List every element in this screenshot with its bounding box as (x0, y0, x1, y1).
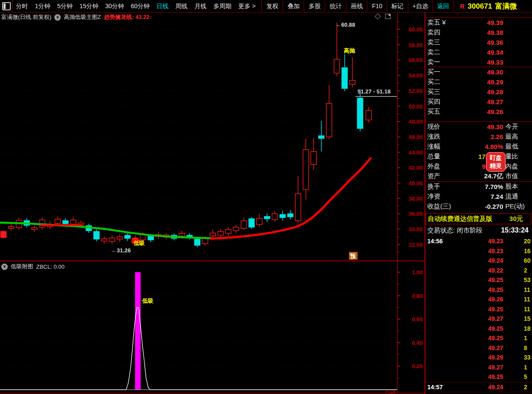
tick-volume: 53 (524, 276, 532, 283)
chevron-down-icon[interactable]: ∨ (54, 14, 61, 21)
tick-price: 49.25 (426, 373, 503, 380)
row-value: 4.80% (426, 143, 503, 150)
tick-by-tick-list[interactable]: 14:5649.232049.231649.246049.22249.25534… (426, 236, 532, 394)
order-row: 卖一49.33 (426, 57, 532, 67)
tick-volume: 15 (524, 315, 532, 322)
tick-row: 49.2518 (426, 324, 532, 334)
tick-price: 49.24 (426, 384, 503, 391)
svg-text:←60.88: ←60.88 (336, 22, 355, 28)
toolbar-button-复权[interactable]: 复权 (261, 0, 283, 12)
tick-price: 49.27 (426, 344, 503, 351)
trend-line-value: 趋势擒龙线: 43.22↑ (104, 13, 152, 21)
order-row: 买五49.26 (426, 107, 532, 117)
period-tab-月线[interactable]: 月线 (191, 0, 210, 12)
period-tab-1分钟[interactable]: 1分钟 (31, 0, 54, 12)
tick-volume: 60 (524, 257, 532, 264)
row-price: 49.38 (426, 29, 503, 36)
main-chart-title: 富满微(日线.前复权) (1, 13, 51, 21)
tick-row: 49.278 (426, 343, 532, 353)
order-row: 卖四49.38 (426, 28, 532, 37)
tick-price: 49.26 (426, 296, 503, 303)
svg-text:38.00: 38.00 (408, 195, 423, 202)
period-tab-多周期[interactable]: 多周期 (210, 0, 235, 12)
tick-volume: 2 (524, 267, 532, 274)
row-price: 49.36 (426, 39, 503, 46)
toolbar-button-画线[interactable]: 画线 (346, 0, 367, 12)
main-indicator-name[interactable]: 高抛低吸主图Z (64, 13, 101, 21)
row-price: 49.26 (426, 108, 503, 115)
row-price: 49.27 (426, 98, 503, 105)
svg-text:←31.26: ←31.26 (111, 247, 131, 254)
row-label-2: 流通 (505, 192, 518, 201)
tick-volume: 11 (524, 306, 532, 313)
tick-row: 49.222 (426, 266, 532, 276)
toolbar-button-F10[interactable]: F10 (367, 0, 386, 12)
margin-flag: R (460, 3, 465, 10)
sell-queue: 卖五 ¥49.39卖四49.38卖三49.36卖二49.34卖一49.33 (426, 17, 532, 67)
row-value: 17 (426, 153, 485, 160)
toolbar-button-多股[interactable]: 多股 (304, 0, 325, 12)
tick-volume: 1 (524, 364, 532, 371)
order-row: 卖五 ¥49.39 (426, 18, 532, 28)
period-tab-60分钟[interactable]: 60分钟 (128, 0, 153, 12)
svg-text:58.00: 58.00 (408, 42, 423, 48)
top-toolbar: 分时1分钟5分钟15分钟30分钟60分钟日线周线月线多周期更多 > 复权叠加多股… (0, 0, 532, 12)
period-tab-周线[interactable]: 周线 (172, 0, 191, 12)
tick-row: 49.2511 (426, 285, 532, 295)
tick-price: 49.24 (426, 257, 503, 264)
row-value: 24.7亿 (426, 172, 503, 180)
svg-text:42.00: 42.00 (408, 164, 423, 171)
window-layout-icon[interactable] (385, 14, 391, 19)
toolbar-button-叠加[interactable]: 叠加 (283, 0, 304, 12)
stat-row: 外盘9内盘 (426, 161, 532, 171)
svg-text:0.60: 0.60 (412, 316, 423, 323)
order-row: 卖二49.34 (426, 47, 532, 57)
row-value: 9 (426, 163, 485, 170)
tick-price: 49.23 (426, 238, 503, 245)
svg-text:36.00: 36.00 (408, 211, 423, 217)
tick-volume: 18 (524, 325, 532, 332)
row-price: 49.28 (426, 88, 503, 96)
period-tab-30分钟[interactable]: 30分钟 (102, 0, 128, 12)
tick-row: 14:5749.242 (426, 382, 532, 392)
row-value: 7.24 (426, 193, 503, 200)
renewal-promo-banner[interactable]: 自动续费通达信普及版 30元 (426, 213, 531, 224)
svg-text:1.00: 1.00 (412, 269, 423, 276)
status-clock: 15:33:24 (501, 226, 529, 234)
tick-price: 49.22 (426, 267, 503, 274)
watch-assistant-badge[interactable]: 盯盘 精灵 (486, 152, 506, 172)
buy-queue: 买一49.30买二49.29买三49.28买四49.27买五49.26 (426, 67, 532, 122)
toolbar-button-标记[interactable]: 标记 (387, 0, 408, 12)
toolbar-button-+自选[interactable]: +自选 (408, 0, 432, 12)
tick-row: 49.2511 (426, 304, 532, 314)
toolbar-button-统计[interactable]: 统计 (325, 0, 346, 12)
sub-chart-title[interactable]: 低吸附图 (11, 263, 33, 270)
period-tab-日线[interactable]: 日线 (153, 0, 172, 12)
sidebar-toggle-icon[interactable] (2, 2, 11, 10)
toolbar-buttons: 复权叠加多股统计画线F10标记+自选返回 (261, 0, 454, 12)
toolbar-button-返回[interactable]: 返回 (432, 0, 454, 12)
svg-text:32.00: 32.00 (408, 242, 423, 248)
tick-volume: 16 (524, 248, 532, 254)
tick-row: 15:0049.2550 (426, 392, 532, 394)
svg-text:50.00: 50.00 (408, 103, 423, 110)
tick-price: 49.25 (426, 306, 503, 313)
quote-stats-2: 换手7.70%股本净资7.24流通收益(三)-0.270PE(动) (426, 181, 532, 214)
tick-price: 49.23 (426, 248, 503, 254)
tick-row: 14:5649.2320 (426, 236, 532, 246)
tick-row: 49.255 (426, 372, 532, 382)
stat-row: 总量17量比 (426, 152, 532, 161)
row-price: 49.29 (426, 78, 503, 86)
svg-text:51.27 - 51.18: 51.27 - 51.18 (358, 88, 391, 95)
svg-text:0.20: 0.20 (412, 363, 423, 369)
period-tab-5分钟[interactable]: 5分钟 (54, 0, 76, 12)
period-tabs: 分时1分钟5分钟15分钟30分钟60分钟日线周线月线多周期更多 > (12, 0, 259, 12)
diamond-icon[interactable] (375, 13, 381, 19)
row-value: 49.30 (426, 123, 503, 130)
stat-row: 涨跌2.26最高 (426, 132, 532, 142)
period-tab-15分钟[interactable]: 15分钟 (76, 0, 102, 12)
chevron-down-icon[interactable]: ∨ (1, 264, 8, 270)
period-tab-更多 >[interactable]: 更多 > (235, 0, 259, 12)
tick-volume: 8 (524, 344, 532, 351)
period-tab-分时[interactable]: 分时 (12, 0, 31, 12)
